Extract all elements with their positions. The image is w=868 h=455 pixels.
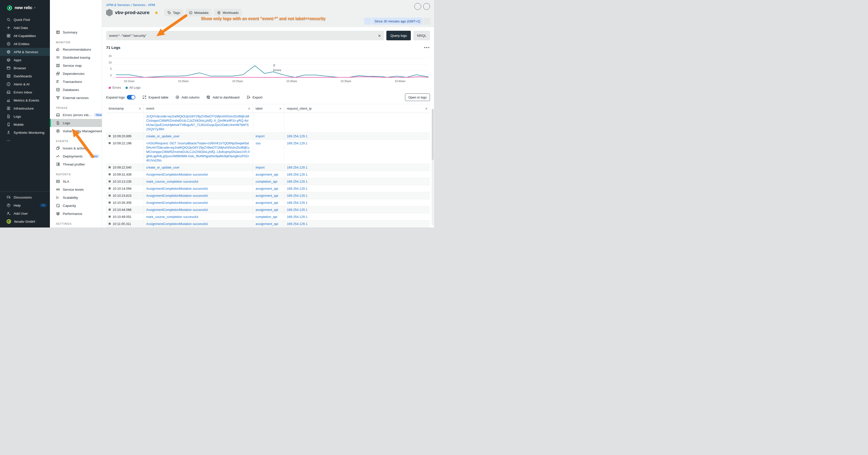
label-link[interactable]: assignment_api [255, 172, 281, 176]
label-link[interactable]: completion_api [255, 180, 281, 184]
table-row[interactable]: 10:10:14.094AssignmentCompletionMutation… [106, 185, 430, 192]
table-row[interactable]: 10:09:22.540create_or_update_userimport1… [106, 164, 430, 171]
event-link[interactable]: mark_course_completion successful [146, 215, 250, 219]
remove-column-icon[interactable]: × [138, 106, 141, 110]
table-row[interactable]: 10:10:49.051mark_course_completion succe… [106, 214, 430, 221]
ip-link[interactable]: 169.254.129.1 [287, 134, 428, 138]
subnav-item-issues-activity[interactable]: Issues & activity [50, 144, 102, 152]
sidebar-item-apm-services[interactable]: APM & Services [0, 48, 50, 56]
ip-link[interactable]: 169.254.129.1 [287, 141, 428, 145]
label-link[interactable]: import [255, 165, 281, 169]
expand-logs-toggle[interactable] [127, 95, 135, 99]
subnav-item-errors-errors-inb[interactable]: Errors (errors inb...New [50, 111, 102, 119]
remove-column-icon[interactable]: × [279, 106, 281, 110]
new-relic-logo[interactable]: new relic® [0, 0, 50, 12]
row-checkbox[interactable] [108, 173, 111, 175]
open-in-logs-button[interactable]: Open in logs [405, 94, 430, 101]
breadcrumb-link-apm-services[interactable]: APM & Services [106, 3, 130, 7]
row-checkbox[interactable] [108, 188, 111, 190]
subnav-item-scalability[interactable]: Scalability [50, 194, 102, 201]
sidebar-item-all-entities[interactable]: All Entities [0, 40, 50, 48]
column-header-label[interactable]: label× [253, 104, 284, 112]
ellipsis-menu-icon[interactable]: ••• [424, 45, 430, 50]
label-link[interactable]: assignment_api [255, 222, 281, 226]
event-link[interactable]: JUQVU&code=eyJraWQiOiJjcGltY29yZV8wOTI1M… [146, 114, 250, 131]
nrql-button[interactable]: NRQL [413, 31, 430, 40]
row-checkbox[interactable] [108, 223, 111, 225]
legend-all-logs[interactable]: All Logs [125, 86, 141, 90]
ip-link[interactable]: 169.254.129.1 [287, 165, 428, 169]
sidebar-item-logs[interactable]: Logs [0, 112, 50, 121]
label-link[interactable]: assignment_api [255, 200, 281, 205]
table-row[interactable]: 10:10:35.305AssignmentCompletionMutation… [106, 199, 430, 206]
event-link[interactable]: <ASGIRequest: GET '/sso/callback/?state=… [146, 141, 250, 162]
event-link[interactable]: mark_course_completion successful [146, 180, 250, 184]
event-link[interactable]: AssignmentCompletionMutation successful [146, 200, 250, 205]
subnav-item-summary[interactable]: Summary [50, 28, 102, 36]
sidebar-item-add-user[interactable]: Add User [0, 209, 50, 218]
row-checkbox[interactable] [108, 216, 111, 218]
row-checkbox[interactable] [108, 166, 111, 168]
add-column-button[interactable]: Add column [176, 95, 199, 99]
sidebar-item-synthetic-monitoring[interactable]: Synthetic Monitoring [0, 129, 50, 136]
subnav-item-sla[interactable]: SLA [50, 177, 102, 186]
event-link[interactable]: create_or_update_user [146, 134, 250, 138]
subnav-item-dependencies[interactable]: Dependencies [50, 69, 102, 77]
table-row[interactable]: JUQVU&code=eyJraWQiOiJjcGltY29yZV8wOTI1M… [106, 113, 430, 133]
help-button[interactable] [414, 3, 421, 10]
column-header-request_client_ip[interactable]: request_client_ip× [284, 104, 430, 112]
add-to-dashboard-button[interactable]: Add to dashboard [207, 95, 240, 99]
ip-link[interactable]: 169.254.129.1 [287, 194, 428, 198]
breadcrumb-link-services-apm[interactable]: Services - APM [133, 3, 155, 7]
sidebar-item-discussions[interactable]: Discussions [0, 193, 50, 201]
sidebar-item-infrastructure[interactable]: Infrastructure [0, 104, 50, 112]
sidebar-item-item[interactable] [0, 136, 50, 144]
event-link[interactable]: create_or_update_user [146, 165, 250, 169]
table-scrollbar[interactable] [432, 109, 434, 225]
ip-link[interactable]: 169.254.129.1 [287, 207, 428, 212]
subnav-item-deployments[interactable]: DeploymentsNew [50, 152, 102, 160]
expand-table-button[interactable]: Expand table [143, 95, 168, 99]
subnav-item-service-levels[interactable]: Service levels [50, 186, 102, 194]
event-link[interactable]: AssignmentCompletionMutation successful [146, 187, 250, 191]
subnav-item-distributed-tracing[interactable]: Distributed tracing [50, 54, 102, 62]
ip-link[interactable]: 169.254.129.1 [287, 172, 428, 176]
label-link[interactable]: assignment_api [255, 187, 281, 191]
column-header-timestamp[interactable]: timestamp× [106, 104, 144, 112]
ip-link[interactable]: 169.254.129.1 [287, 187, 428, 191]
column-header-event[interactable]: event× [144, 104, 253, 112]
row-checkbox[interactable] [108, 208, 111, 210]
table-row[interactable]: 10:09:22.196<ASGIRequest: GET '/sso/call… [106, 140, 430, 164]
event-link[interactable]: AssignmentCompletionMutation successful [146, 172, 250, 176]
sidebar-item-dashboards[interactable]: Dashboards [0, 72, 50, 80]
sidebar-item-all-capabilities[interactable]: All Capabilities [0, 32, 50, 40]
label-link[interactable]: assignment_api [255, 207, 281, 212]
time-range-button[interactable]: Since 30 minutes ago (GMT+2) [372, 18, 423, 25]
export-button[interactable]: Export [247, 95, 262, 99]
row-checkbox[interactable] [108, 135, 111, 137]
table-row[interactable]: 10:10:44.066AssignmentCompletionMutation… [106, 206, 430, 214]
favorite-star-icon[interactable]: ★ [154, 10, 158, 15]
table-row[interactable]: 10:10:23.815AssignmentCompletionMutation… [106, 192, 430, 199]
table-row[interactable]: 10:10:13.235mark_course_completion succe… [106, 178, 430, 185]
time-back-button[interactable] [364, 18, 371, 25]
row-checkbox[interactable] [108, 181, 111, 183]
subnav-item-recommendations[interactable]: Recommendations [50, 45, 102, 54]
event-link[interactable]: AssignmentCompletionMutation successful [146, 194, 250, 198]
remove-column-icon[interactable]: × [425, 106, 428, 110]
workloads-button[interactable]: Workloads [214, 9, 242, 17]
label-link[interactable]: sso [255, 141, 281, 145]
sidebar-item-quick-find[interactable]: Quick Find [0, 15, 50, 24]
table-row[interactable]: 10:11:00.311AssignmentCompletionMutation… [106, 221, 430, 228]
subnav-item-transactions[interactable]: Transactions [50, 77, 102, 86]
copy-link-button[interactable] [423, 3, 430, 10]
scrollbar-thumb[interactable] [432, 109, 434, 160]
ip-link[interactable]: 169.254.129.1 [287, 200, 428, 205]
subnav-item-vulnerability-management[interactable]: Vulnerability Management [50, 127, 102, 135]
subnav-item-thread-profiler[interactable]: Thread profiler [50, 160, 102, 168]
subnav-item-logs[interactable]: Logs [50, 119, 102, 127]
sidebar-item-iterativ-gmbh[interactable]: Iterativ GmbH [0, 218, 50, 226]
subnav-item-performance[interactable]: Performance [50, 209, 102, 218]
legend-errors[interactable]: Errors [108, 86, 121, 90]
time-forward-button[interactable] [424, 18, 431, 25]
